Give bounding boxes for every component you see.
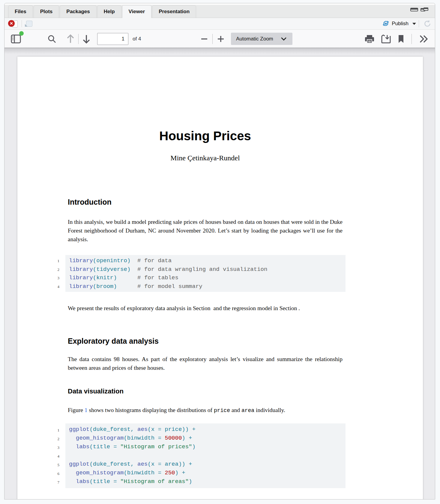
intro-paragraph: In this analysis, we build a model predi… xyxy=(68,218,343,244)
code-line-number: 7 xyxy=(52,478,59,486)
search-button[interactable] xyxy=(46,33,58,45)
pane-tabs: FilesPlotsPackagesHelpViewerPresentation xyxy=(8,3,197,18)
code-line: 3 labs(title = "Histogram of prices") xyxy=(69,443,346,451)
toolbar-separator xyxy=(419,20,419,27)
notification-dot xyxy=(19,31,24,36)
code-line-number: 4 xyxy=(52,283,59,291)
chevron-down-icon xyxy=(412,23,416,25)
maximize-icon[interactable] xyxy=(421,7,428,11)
refresh-icon[interactable] xyxy=(424,20,431,28)
code-line: 1ggplot(duke_forest, aes(x = price)) + xyxy=(69,425,346,434)
toolbar-separator xyxy=(212,34,213,44)
tab-viewer[interactable]: Viewer xyxy=(122,5,152,18)
code-line-number: 2 xyxy=(52,434,59,443)
document-author: Mine Çetinkaya-Rundel xyxy=(68,153,343,162)
code-line-number: 3 xyxy=(52,274,59,283)
toolbar-separator xyxy=(412,34,412,44)
zoom-select-label: Automatic Zoom xyxy=(236,36,273,42)
zoom-in-button[interactable] xyxy=(215,34,226,44)
code-line: 7 labs(title = "Histogram of areas") xyxy=(69,477,346,486)
sidebar-toggle-button[interactable] xyxy=(9,33,22,45)
pdf-toolbar: of 4 Automatic Zoom xyxy=(4,30,435,48)
pane-tab-bar: FilesPlotsPackagesHelpViewerPresentation xyxy=(4,3,435,18)
tab-files[interactable]: Files xyxy=(8,5,33,18)
code-line-number: 6 xyxy=(52,469,59,478)
zoom-out-button[interactable] xyxy=(199,34,210,44)
toolbar-separator xyxy=(78,34,79,44)
more-tools-icon[interactable] xyxy=(418,34,430,44)
code-line: 2library(tidyverse) # for data wrangling… xyxy=(69,265,346,274)
print-icon[interactable] xyxy=(364,33,376,45)
clear-viewer-icon[interactable]: ✕ xyxy=(8,20,19,28)
code-block-libraries: 1library(openintro) # for data2library(t… xyxy=(65,255,346,292)
document-title: Housing Prices xyxy=(68,129,343,143)
publish-icon xyxy=(382,20,390,27)
chevron-down-icon xyxy=(281,37,286,41)
tab-presentation[interactable]: Presentation xyxy=(152,5,196,18)
viewer-toolbar: ✕ Publish xyxy=(4,18,435,30)
code-line-number: 3 xyxy=(52,443,59,452)
publish-label: Publish xyxy=(392,21,409,27)
tab-packages[interactable]: Packages xyxy=(60,5,96,18)
inline-code-area: area xyxy=(241,408,254,414)
code-line-number: 1 xyxy=(52,257,59,265)
section-heading-eda: Exploratory data analysis xyxy=(68,336,159,346)
code-line: 1library(openintro) # for data xyxy=(69,256,346,265)
tab-plots[interactable]: Plots xyxy=(34,5,59,18)
tab-help[interactable]: Help xyxy=(97,5,121,18)
page-down-button[interactable] xyxy=(80,32,92,46)
eda-paragraph: The data contains 98 houses. As part of … xyxy=(68,355,343,372)
figure-sentence-mid: shows two histograms displaying the dist… xyxy=(88,407,214,413)
code-line: 2 geom_histogram(binwidth = 50000) + xyxy=(69,434,346,443)
code-line: 6 geom_histogram(binwidth = 250) + xyxy=(69,469,346,477)
code-line-number: 4 xyxy=(52,452,59,460)
page-up-button[interactable] xyxy=(64,32,76,46)
code-line: 4library(broom) # for model summary xyxy=(69,282,346,291)
code-line: 4 xyxy=(69,451,346,460)
save-icon[interactable] xyxy=(380,33,392,45)
figure-reference-link[interactable]: 1 xyxy=(85,407,88,413)
publish-button[interactable]: Publish xyxy=(382,20,416,27)
code-line-number: 5 xyxy=(52,460,59,469)
code-line: 5ggplot(duke_forest, aes(x = area)) + xyxy=(69,460,346,469)
toolbar-separator xyxy=(22,20,22,27)
page-number-input[interactable] xyxy=(97,33,128,45)
code-line-number: 2 xyxy=(52,265,59,274)
code-block-ggplot: 1ggplot(duke_forest, aes(x = price)) +2 … xyxy=(65,423,346,488)
code-line: 3library(knitr) # for tables xyxy=(69,274,346,282)
figure-paragraph: Figure 1 shows two histograms displaying… xyxy=(68,406,343,415)
figure-sentence-pre: Figure xyxy=(68,407,85,413)
page-count-label: of 4 xyxy=(133,36,141,42)
post-code-paragraph: We present the results of exploratory da… xyxy=(68,304,343,313)
popout-icon[interactable] xyxy=(25,21,32,27)
section-heading-introduction: Introduction xyxy=(68,197,112,207)
figure-sentence-post: individually. xyxy=(254,407,285,413)
subsection-heading-dataviz: Data visualization xyxy=(68,387,124,396)
pdf-viewer-area[interactable]: Housing Prices Mine Çetinkaya-Rundel Int… xyxy=(4,47,435,499)
minimize-icon[interactable] xyxy=(410,8,418,11)
bookmark-icon[interactable] xyxy=(397,33,406,45)
code-line-number: 1 xyxy=(52,425,59,434)
zoom-controls: Automatic Zoom xyxy=(199,30,292,48)
pane-window-buttons xyxy=(410,7,428,11)
pdf-page-content: Housing Prices Mine Çetinkaya-Rundel Int… xyxy=(68,57,343,499)
inline-code-price: price xyxy=(214,408,230,414)
figure-sentence-conj: and xyxy=(230,407,241,413)
rstudio-pane-window: FilesPlotsPackagesHelpViewerPresentation… xyxy=(4,3,435,500)
pdf-page: Housing Prices Mine Çetinkaya-Rundel Int… xyxy=(17,57,423,499)
zoom-select[interactable]: Automatic Zoom xyxy=(231,33,292,45)
pdf-toolbar-right xyxy=(364,30,430,48)
